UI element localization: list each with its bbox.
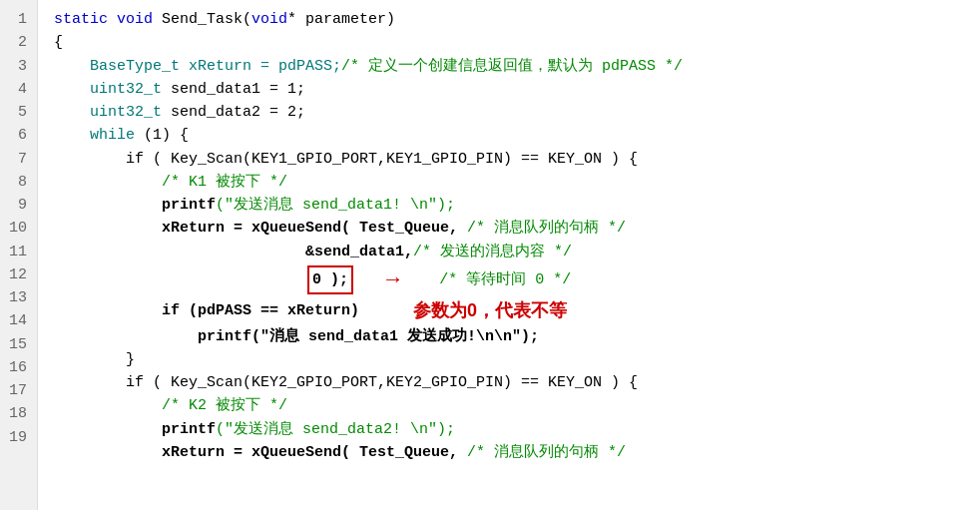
code-text: printf <box>162 421 216 438</box>
code-text: * parameter) <box>287 11 395 28</box>
line-num-11: 11 <box>8 241 27 263</box>
code-comment: /* 等待时间 0 */ <box>439 268 571 291</box>
code-text: send_data1 = 1; <box>162 81 305 98</box>
line-num-18: 18 <box>8 402 27 425</box>
code-comment: /* 消息队列的句柄 */ <box>467 220 626 237</box>
code-text: uint32_t <box>90 81 162 98</box>
code-text <box>403 268 439 291</box>
line-num-8: 8 <box>8 171 27 194</box>
code-line-5: uint32_t send_data2 = 2; <box>54 101 980 124</box>
code-text <box>54 220 162 237</box>
line-num-14: 14 <box>8 309 27 332</box>
line-num-6: 6 <box>8 124 27 147</box>
code-text: printf("消息 send_data1 发送成功!\n\n"); <box>198 328 539 345</box>
code-line-19: xReturn = xQueueSend( Test_Queue, /* 消息队… <box>54 441 980 464</box>
code-area: static void Send_Task(void* parameter) {… <box>38 0 980 510</box>
line-num-5: 5 <box>8 101 27 124</box>
code-text: printf <box>162 197 216 214</box>
line-num-19: 19 <box>8 426 27 449</box>
code-text <box>54 58 90 75</box>
code-text: { <box>54 34 63 51</box>
code-text <box>54 104 90 121</box>
code-line-10: xReturn = xQueueSend( Test_Queue, /* 消息队… <box>54 217 980 240</box>
line-num-2: 2 <box>8 31 27 54</box>
code-text <box>54 397 162 414</box>
code-line-4: uint32_t send_data1 = 1; <box>54 78 980 101</box>
line-num-9: 9 <box>8 194 27 217</box>
code-text: } <box>54 351 135 368</box>
code-line-13: if (pdPASS == xReturn) 参数为0，代表不等 <box>54 297 980 325</box>
code-comment: /* 定义一个创建信息返回值，默认为 pdPASS */ <box>341 58 683 75</box>
code-text: if ( Key_Scan(KEY1_GPIO_PORT,KEY1_GPIO_P… <box>54 151 638 168</box>
code-container: 1 2 3 4 5 6 7 8 9 10 11 12 13 14 15 16 1… <box>0 0 980 510</box>
code-line-17: /* K2 被按下 */ <box>54 394 980 417</box>
keyword-static: static <box>54 11 117 28</box>
line-num-1: 1 <box>8 8 27 31</box>
code-comment: /* 消息队列的句柄 */ <box>467 444 626 461</box>
line-num-16: 16 <box>8 356 27 379</box>
annotation-text: 参数为0，代表不等 <box>413 297 567 325</box>
code-text <box>54 299 162 322</box>
line-num-17: 17 <box>8 379 27 402</box>
code-text <box>54 127 90 144</box>
code-comment: /* K1 被按下 */ <box>162 174 287 191</box>
code-text: if ( Key_Scan(KEY2_GPIO_PORT,KEY2_GPIO_P… <box>54 374 638 391</box>
code-line-8: /* K1 被按下 */ <box>54 171 980 194</box>
highlight-box: 0 ); <box>307 265 353 294</box>
code-string: ("发送消息 send_data1! \n"); <box>216 197 455 214</box>
code-text <box>54 174 162 191</box>
line-num-3: 3 <box>8 55 27 78</box>
code-text <box>54 197 162 214</box>
code-text <box>54 421 162 438</box>
code-line-6: while (1) { <box>54 124 980 147</box>
keyword-void2: void <box>251 11 287 28</box>
line-num-7: 7 <box>8 148 27 171</box>
code-line-14: printf("消息 send_data1 发送成功!\n\n"); <box>54 325 980 348</box>
code-text <box>54 444 162 461</box>
line-num-13: 13 <box>8 286 27 309</box>
code-line-3: BaseType_t xReturn = pdPASS;/* 定义一个创建信息返… <box>54 55 980 78</box>
code-text: send_data2 = 2; <box>162 104 305 121</box>
code-line-11: &send_data1,/* 发送的消息内容 */ <box>54 241 980 263</box>
code-text <box>54 328 198 345</box>
code-text <box>355 268 382 291</box>
line-numbers: 1 2 3 4 5 6 7 8 9 10 11 12 13 14 15 16 1… <box>0 0 38 510</box>
code-text: uint32_t <box>90 104 162 121</box>
code-comment: /* K2 被按下 */ <box>162 397 287 414</box>
code-line-1: static void Send_Task(void* parameter) <box>54 8 980 31</box>
code-text: Send_Task( <box>153 11 251 28</box>
keyword-while: while <box>90 127 135 144</box>
code-text <box>54 244 305 260</box>
code-text: if (pdPASS == xReturn) <box>162 299 359 322</box>
line-num-12: 12 <box>8 263 27 286</box>
code-text: 0 ); <box>312 271 348 288</box>
code-text: BaseType_t xReturn = pdPASS; <box>90 58 341 75</box>
arrow-icon: → <box>386 263 399 297</box>
code-text: (1) { <box>135 127 189 144</box>
code-line-12: 0 ); → /* 等待时间 0 */ <box>54 263 980 297</box>
line-num-10: 10 <box>8 217 27 240</box>
code-text: &send_data1, <box>305 244 413 260</box>
code-line-9: printf("发送消息 send_data1! \n"); <box>54 194 980 217</box>
code-line-18: printf("发送消息 send_data2! \n"); <box>54 418 980 441</box>
code-text: xReturn = xQueueSend( Test_Queue, <box>162 220 467 237</box>
keyword-void: void <box>117 11 153 28</box>
line-num-4: 4 <box>8 78 27 101</box>
code-text <box>54 268 305 291</box>
code-line-2: { <box>54 31 980 54</box>
code-line-7: if ( Key_Scan(KEY1_GPIO_PORT,KEY1_GPIO_P… <box>54 148 980 171</box>
code-comment: /* 发送的消息内容 */ <box>413 244 572 260</box>
code-text <box>359 299 413 322</box>
code-text <box>54 81 90 98</box>
code-text: xReturn = xQueueSend( Test_Queue, <box>162 444 467 461</box>
code-string: ("发送消息 send_data2! \n"); <box>216 421 455 438</box>
line-num-15: 15 <box>8 333 27 356</box>
code-line-16: if ( Key_Scan(KEY2_GPIO_PORT,KEY2_GPIO_P… <box>54 371 980 394</box>
code-line-15: } <box>54 348 980 371</box>
